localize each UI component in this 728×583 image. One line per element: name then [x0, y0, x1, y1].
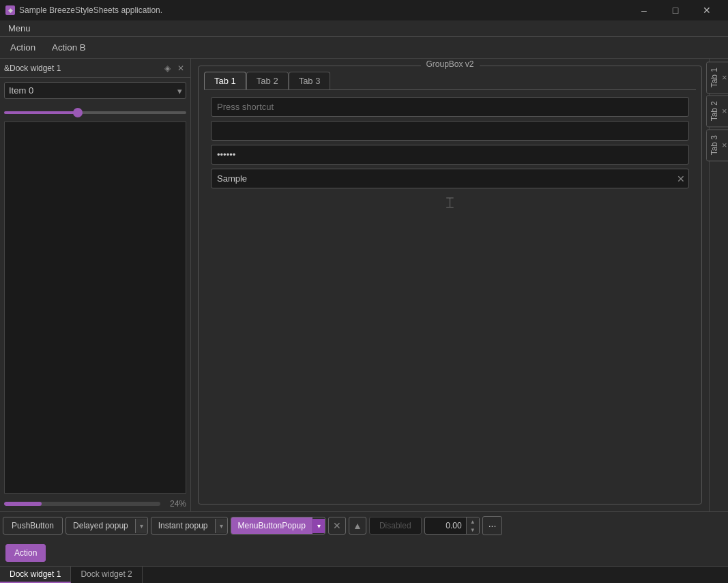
progress-track	[4, 502, 160, 506]
tab-2[interactable]: Tab 2	[246, 72, 289, 89]
disabled-button: Disabled	[369, 517, 422, 535]
tab-right-3[interactable]: Tab 3 ✕	[706, 129, 728, 161]
tab-right-1[interactable]: Tab 1 ✕	[706, 61, 728, 94]
spin-up-button[interactable]: ▲	[467, 517, 479, 526]
tab-right-2-close[interactable]: ✕	[720, 108, 728, 115]
spin-value[interactable]	[425, 518, 466, 533]
action-bar: PushButton Delayed popup ▾ Instant popup…	[0, 511, 728, 566]
tab-1[interactable]: Tab 1	[204, 72, 246, 89]
spin-buttons: ▲ ▼	[466, 517, 479, 534]
instant-popup-dropdown: Instant popup ▾	[151, 517, 228, 535]
dock-title: &Dock widget 1	[4, 63, 61, 73]
menu-item-menu[interactable]: Menu	[3, 22, 36, 35]
titlebar: ◆ Sample BreezeStyleSheets application. …	[0, 0, 728, 20]
main-slider[interactable]	[4, 111, 186, 114]
dock-pin-button[interactable]: ◈	[162, 63, 173, 74]
dock-header: &Dock widget 1 ◈ ✕	[0, 59, 190, 78]
menu-button-popup-button[interactable]: MenuButtonPopup	[231, 517, 312, 534]
action-row-2: Action	[3, 544, 725, 562]
tab-content: ✕ ⌶	[204, 89, 696, 504]
tab-right-2[interactable]: Tab 2 ✕	[706, 95, 728, 127]
delayed-popup-button[interactable]: Delayed popup	[66, 517, 135, 534]
progress-fill	[4, 502, 42, 506]
action-close-button[interactable]: ✕	[328, 517, 346, 535]
spin-input: ▲ ▼	[424, 517, 480, 535]
action-row-1: PushButton Delayed popup ▾ Instant popup…	[3, 516, 725, 535]
search-field[interactable]	[211, 169, 689, 188]
tab-right-1-close[interactable]: ✕	[720, 74, 728, 81]
text-cursor-icon: ⌶	[211, 193, 689, 212]
tab-right-3-label: Tab 3	[710, 135, 719, 155]
titlebar-left: ◆ Sample BreezeStyleSheets application.	[5, 5, 162, 15]
delayed-popup-dropdown: Delayed popup ▾	[65, 517, 148, 535]
pushbutton[interactable]: PushButton	[3, 517, 63, 535]
bottom-tab-1[interactable]: Dock widget 1	[0, 567, 71, 583]
window-title: Sample BreezeStyleSheets application.	[19, 5, 162, 15]
dock-list	[4, 122, 186, 494]
spin-down-button[interactable]: ▼	[467, 526, 479, 534]
toolbar-action-b-button[interactable]: Action B	[44, 39, 93, 56]
slider-wrap	[4, 106, 186, 116]
tab-bar: Tab 1 Tab 2 Tab 3	[199, 66, 701, 89]
groupbox-title: GroupBox v2	[420, 59, 479, 69]
menu-button-popup-arrow[interactable]: ▾	[312, 519, 325, 533]
groupbox: GroupBox v2 Tab 1 Tab 2 Tab 3	[198, 66, 702, 504]
bottom-tab-2[interactable]: Dock widget 2	[71, 567, 142, 583]
password-field[interactable]	[211, 145, 689, 165]
toolbar: Action Action B	[0, 37, 728, 59]
bottom-tabs: Dock widget 1 Dock widget 2	[0, 566, 728, 583]
shortcut-field[interactable]	[211, 97, 689, 117]
instant-popup-arrow[interactable]: ▾	[215, 519, 227, 533]
dock-close-button[interactable]: ✕	[175, 63, 186, 74]
more-button[interactable]: ···	[482, 516, 503, 535]
app-icon: ◆	[5, 5, 15, 15]
text-field[interactable]	[211, 121, 689, 141]
main-panel: GroupBox v2 Tab 1 Tab 2 Tab 3	[191, 59, 709, 511]
search-clear-button[interactable]: ✕	[677, 174, 685, 184]
menu-button-popup-dropdown: MenuButtonPopup ▾	[231, 517, 325, 535]
toolbar-action-button[interactable]: Action	[3, 39, 43, 56]
action-up-button[interactable]: ▲	[349, 517, 366, 535]
dock-left: &Dock widget 1 ◈ ✕ Item 0 Item 1 Item 2 …	[0, 59, 191, 511]
progress-wrap: 24%	[0, 496, 190, 511]
progress-label: 24%	[166, 499, 186, 509]
action-button[interactable]: Action	[5, 544, 46, 562]
item-combo[interactable]: Item 0 Item 1 Item 2	[4, 82, 186, 99]
menubar: Menu	[0, 20, 728, 37]
delayed-popup-arrow[interactable]: ▾	[135, 519, 147, 533]
minimize-button[interactable]: –	[628, 0, 660, 20]
combo-wrap: Item 0 Item 1 Item 2 ▾	[4, 82, 186, 99]
window-controls: – □ ✕	[628, 0, 723, 20]
main-area: &Dock widget 1 ◈ ✕ Item 0 Item 1 Item 2 …	[0, 59, 728, 511]
tab-right-1-label: Tab 1	[710, 68, 719, 87]
instant-popup-button[interactable]: Instant popup	[151, 517, 215, 534]
tab-right-3-close[interactable]: ✕	[720, 141, 728, 149]
tab-3[interactable]: Tab 3	[289, 72, 331, 89]
close-button[interactable]: ✕	[691, 0, 723, 20]
content-area: GroupBox v2 Tab 1 Tab 2 Tab 3	[191, 59, 728, 511]
tab-bar-right: Tab 1 ✕ Tab 2 ✕ Tab 3 ✕	[709, 59, 728, 511]
tab-right-2-label: Tab 2	[710, 101, 719, 121]
maximize-button[interactable]: □	[660, 0, 691, 20]
dock-header-buttons: ◈ ✕	[162, 63, 186, 74]
search-field-wrap: ✕	[211, 169, 689, 188]
